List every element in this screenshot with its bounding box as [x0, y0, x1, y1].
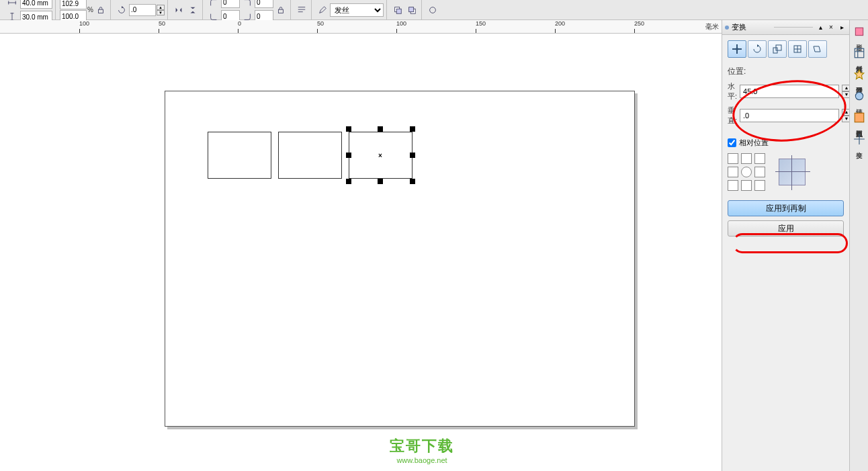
mirror-v-icon[interactable]: [186, 3, 200, 17]
transform-panel: 变换 ▴ × ▸ 位置: 水平: ▲▼ mm 垂直: ▲▼ mm: [722, 20, 849, 471]
svg-rect-12: [855, 48, 864, 58]
scale-x-input[interactable]: [60, 0, 87, 9]
selection-handle[interactable]: [346, 153, 351, 158]
rotation-spinner[interactable]: ▲▼: [157, 5, 165, 15]
panel-collapse-icon[interactable]: ▴: [816, 23, 825, 32]
property-toolbar: % ▲▼: [0, 0, 868, 20]
svg-rect-14: [855, 113, 864, 122]
ruler-unit: 毫米: [705, 22, 719, 32]
selection-center-icon: ×: [378, 152, 382, 159]
vertical-label: 垂直:: [728, 105, 737, 126]
anchor-preview: [779, 159, 806, 185]
side-tabs: 造形 对象属性 符号管理器 链接 位图颜色遮罩 变换: [849, 20, 868, 471]
rotate-icon[interactable]: [115, 3, 128, 17]
transform-icon: [853, 133, 865, 145]
tab-scale[interactable]: [768, 40, 787, 58]
percent-label: %: [87, 6, 93, 13]
selection-handle[interactable]: [410, 126, 415, 132]
lock-ratio-icon[interactable]: [94, 3, 107, 17]
bitmap-mask-icon: [853, 112, 865, 124]
object-props-icon: [853, 47, 865, 59]
svg-rect-0: [98, 9, 103, 13]
convert-curves-icon[interactable]: [426, 3, 439, 17]
anchor-grid[interactable]: [728, 153, 765, 191]
horizontal-input[interactable]: [740, 85, 839, 98]
canvas[interactable]: ×: [0, 34, 722, 471]
relative-label: 相对位置: [739, 138, 769, 148]
selection-handle[interactable]: [346, 126, 351, 132]
tab-position[interactable]: [728, 40, 746, 58]
to-front-icon[interactable]: [391, 3, 404, 17]
position-section-label: 位置:: [728, 66, 844, 77]
watermark: 宝哥下载 www.baoge.net: [390, 436, 454, 464]
relative-checkbox[interactable]: [728, 138, 736, 147]
side-tab-transform[interactable]: 变换: [852, 132, 867, 148]
selection-handle[interactable]: [410, 179, 415, 184]
svg-rect-3: [396, 9, 401, 13]
corner-tl-icon: [207, 0, 220, 9]
to-back-icon[interactable]: [405, 3, 419, 17]
page: ×: [165, 91, 635, 427]
outline-pen-icon[interactable]: [316, 3, 329, 17]
rectangle-1[interactable]: [208, 132, 271, 179]
rectangle-2[interactable]: [278, 132, 342, 179]
apply-button[interactable]: 应用: [728, 220, 844, 237]
selection-handle[interactable]: [378, 179, 383, 184]
side-tab-link[interactable]: 链接: [852, 89, 867, 105]
outline-width-select[interactable]: 发丝: [330, 3, 384, 17]
link-icon: [853, 90, 865, 102]
mirror-h-icon[interactable]: [172, 3, 185, 17]
svg-rect-1: [278, 9, 283, 13]
side-tab-shaping[interactable]: 造形: [852, 24, 867, 40]
svg-point-6: [430, 7, 436, 13]
svg-rect-11: [855, 28, 863, 35]
svg-point-13: [855, 92, 863, 99]
selection-handle[interactable]: [410, 153, 415, 158]
corner-tr-input[interactable]: [255, 0, 273, 8]
symbol-icon: [853, 69, 865, 81]
width-icon: [5, 0, 19, 9]
svg-rect-5: [409, 7, 414, 11]
selection-handle[interactable]: [346, 179, 351, 184]
text-wrap-icon[interactable]: [295, 3, 308, 17]
tab-skew[interactable]: [808, 40, 827, 58]
panel-close-icon[interactable]: ×: [826, 23, 836, 32]
corner-tl-input[interactable]: [221, 0, 240, 8]
selection-handle[interactable]: [378, 126, 383, 132]
svg-point-7: [736, 48, 738, 50]
horizontal-label: 水平:: [728, 81, 737, 101]
side-tab-object-props[interactable]: 对象属性: [852, 46, 867, 62]
panel-menu-icon[interactable]: ▸: [837, 23, 847, 32]
rotation-input[interactable]: [129, 4, 156, 16]
side-tab-bitmap-mask[interactable]: 位图颜色遮罩: [852, 110, 867, 126]
vertical-input[interactable]: [740, 109, 839, 122]
corner-tr-icon: [241, 0, 254, 9]
apply-duplicate-button[interactable]: 应用到再制: [728, 200, 844, 216]
tab-rotate[interactable]: [748, 40, 767, 58]
ruler-horizontal: 100 50 0 50 100 150 200 250 毫米: [0, 20, 722, 34]
corner-lock-icon[interactable]: [274, 3, 288, 17]
width-input[interactable]: [20, 0, 52, 9]
panel-title: 变换: [732, 22, 771, 32]
side-tab-symbol-manager[interactable]: 符号管理器: [852, 67, 867, 83]
tab-size[interactable]: [788, 40, 807, 58]
shaping-icon: [853, 26, 865, 38]
